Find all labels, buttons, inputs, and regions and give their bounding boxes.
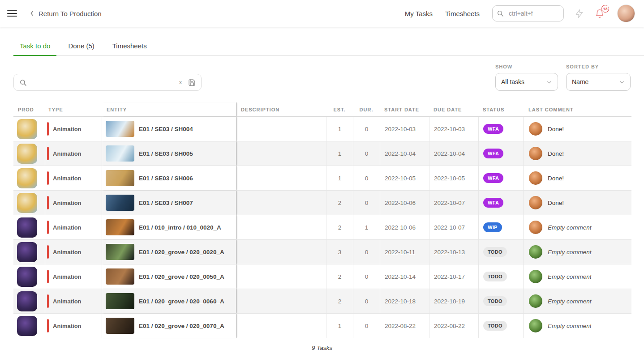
task-filter-search: x xyxy=(13,74,202,91)
status-cell: TODO xyxy=(478,314,523,338)
entity-name[interactable]: E01 / 020_grove / 020_0020_A xyxy=(139,249,224,256)
last-comment-cell: Done! xyxy=(523,191,631,215)
start-date-cell: 2022-10-18 xyxy=(380,289,429,313)
show-dropdown[interactable]: All tasks xyxy=(495,73,558,91)
duration-cell: 0 xyxy=(353,240,380,264)
sorted-by-dropdown[interactable]: Name xyxy=(566,73,631,91)
commenter-avatar xyxy=(529,196,542,209)
entity-thumbnail[interactable] xyxy=(106,121,134,137)
production-avatar[interactable] xyxy=(17,242,37,262)
last-comment-cell: Done! xyxy=(523,166,631,190)
column-header-type[interactable]: TYPE xyxy=(45,102,102,116)
due-date-cell: 2022-10-13 xyxy=(429,240,478,264)
estimation-cell: 1 xyxy=(326,166,353,190)
topbar: Return To Production My Tasks Timesheets… xyxy=(0,0,644,27)
table-row[interactable]: Animation E01 / SE03 / SH006 1 0 2022-10… xyxy=(13,166,631,191)
production-avatar[interactable] xyxy=(17,217,37,238)
production-avatar[interactable] xyxy=(17,119,37,139)
entity-thumbnail[interactable] xyxy=(106,170,134,186)
column-header-prod[interactable]: PROD xyxy=(13,102,45,116)
entity-cell: E01 / SE03 / SH006 xyxy=(102,166,236,190)
clear-search-button[interactable]: x xyxy=(179,80,182,85)
entity-name[interactable]: E01 / 020_grove / 020_0050_A xyxy=(139,273,224,280)
table-row[interactable]: Animation E01 / 010_intro / 010_0020_A 2… xyxy=(13,215,631,240)
my-tasks-link[interactable]: My Tasks xyxy=(405,10,433,17)
tab-task-to-do[interactable]: Task to do xyxy=(13,38,56,55)
entity-name[interactable]: E01 / SE03 / SH006 xyxy=(139,175,193,182)
table-header: PRODTYPEENTITYDESCRIPTIONEST.DUR.START D… xyxy=(13,102,631,117)
entity-name[interactable]: E01 / SE03 / SH007 xyxy=(139,200,193,206)
chevron-down-icon xyxy=(619,79,625,85)
status-cell: WIP xyxy=(478,215,523,239)
start-date-cell: 2022-10-05 xyxy=(380,166,429,190)
table-row[interactable]: Animation E01 / 020_grove / 020_0020_A 3… xyxy=(13,240,631,264)
notifications-button[interactable]: 13 xyxy=(595,9,605,18)
estimation-cell: 2 xyxy=(326,191,353,215)
entity-thumbnail[interactable] xyxy=(106,293,134,309)
menu-icon[interactable] xyxy=(7,9,17,18)
task-type-cell: Animation xyxy=(45,191,102,215)
entity-cell: E01 / 020_grove / 020_0020_A xyxy=(102,240,236,264)
comment-text: Empty comment xyxy=(548,224,592,231)
commenter-avatar xyxy=(529,171,542,185)
entity-thumbnail[interactable] xyxy=(106,219,134,235)
commenter-avatar xyxy=(529,294,542,308)
entity-thumbnail[interactable] xyxy=(106,318,134,334)
table-row[interactable]: Animation E01 / 020_grove / 020_0070_A 1… xyxy=(13,314,631,338)
column-header-status[interactable]: STATUS xyxy=(478,102,523,116)
column-header-due[interactable]: DUE DATE xyxy=(429,102,478,116)
production-avatar[interactable] xyxy=(17,168,37,188)
column-header-comment[interactable]: LAST COMMENT xyxy=(523,102,631,116)
status-badge[interactable]: WFA xyxy=(483,198,503,208)
due-date-cell: 2022-10-05 xyxy=(429,166,478,190)
lightning-icon[interactable] xyxy=(575,9,584,18)
tab-done[interactable]: Done (5) xyxy=(62,38,100,55)
entity-name[interactable]: E01 / SE03 / SH005 xyxy=(139,150,193,157)
filter-search-input[interactable] xyxy=(31,79,179,86)
production-avatar[interactable] xyxy=(17,267,37,287)
task-type-color-bar xyxy=(47,171,49,185)
entity-thumbnail[interactable] xyxy=(106,268,134,285)
status-badge[interactable]: TODO xyxy=(483,272,507,281)
prod-cell xyxy=(13,264,45,289)
back-to-production-link[interactable]: Return To Production xyxy=(29,10,102,17)
status-badge[interactable]: WFA xyxy=(483,173,503,183)
comment-text: Empty comment xyxy=(548,298,592,305)
status-badge[interactable]: WFA xyxy=(483,124,503,134)
table-row[interactable]: Animation E01 / SE03 / SH007 2 0 2022-10… xyxy=(13,191,631,215)
production-avatar[interactable] xyxy=(17,316,37,336)
save-filter-icon[interactable] xyxy=(188,79,196,86)
entity-cell: E01 / SE03 / SH007 xyxy=(102,191,236,215)
table-row[interactable]: Animation E01 / SE03 / SH005 1 0 2022-10… xyxy=(13,141,631,166)
table-row[interactable]: Animation E01 / 020_grove / 020_0050_A 2… xyxy=(13,264,631,289)
tab-timesheets[interactable]: Timesheets xyxy=(106,38,153,55)
user-avatar[interactable] xyxy=(617,4,635,22)
entity-thumbnail[interactable] xyxy=(106,195,134,211)
entity-name[interactable]: E01 / 020_grove / 020_0070_A xyxy=(139,323,224,329)
entity-thumbnail[interactable] xyxy=(106,244,134,260)
entity-name[interactable]: E01 / SE03 / SH004 xyxy=(139,126,193,132)
table-row[interactable]: Animation E01 / SE03 / SH004 1 0 2022-10… xyxy=(13,117,631,141)
task-type-cell: Animation xyxy=(45,240,102,264)
status-badge[interactable]: TODO xyxy=(483,296,507,306)
timesheets-link[interactable]: Timesheets xyxy=(445,10,480,17)
entity-name[interactable]: E01 / 020_grove / 020_0060_A xyxy=(139,298,224,305)
production-avatar[interactable] xyxy=(17,144,37,164)
table-row[interactable]: Animation E01 / 020_grove / 020_0060_A 2… xyxy=(13,289,631,314)
production-avatar[interactable] xyxy=(17,291,37,311)
status-badge[interactable]: TODO xyxy=(483,247,507,257)
column-header-est[interactable]: EST. xyxy=(326,102,353,116)
status-badge[interactable]: WFA xyxy=(483,149,503,158)
column-header-desc[interactable]: DESCRIPTION xyxy=(236,102,326,116)
column-header-dur[interactable]: DUR. xyxy=(353,102,380,116)
task-count: 9 Tasks xyxy=(0,345,644,351)
column-header-entity[interactable]: ENTITY xyxy=(102,102,236,116)
show-filter-group: SHOW All tasks xyxy=(495,64,558,91)
entity-name[interactable]: E01 / 010_intro / 010_0020_A xyxy=(139,224,221,231)
entity-thumbnail[interactable] xyxy=(106,145,134,162)
status-badge[interactable]: TODO xyxy=(483,321,507,331)
column-header-start[interactable]: START DATE xyxy=(380,102,429,116)
production-avatar[interactable] xyxy=(17,193,37,213)
task-type-label: Animation xyxy=(53,249,82,256)
status-badge[interactable]: WIP xyxy=(483,222,502,232)
